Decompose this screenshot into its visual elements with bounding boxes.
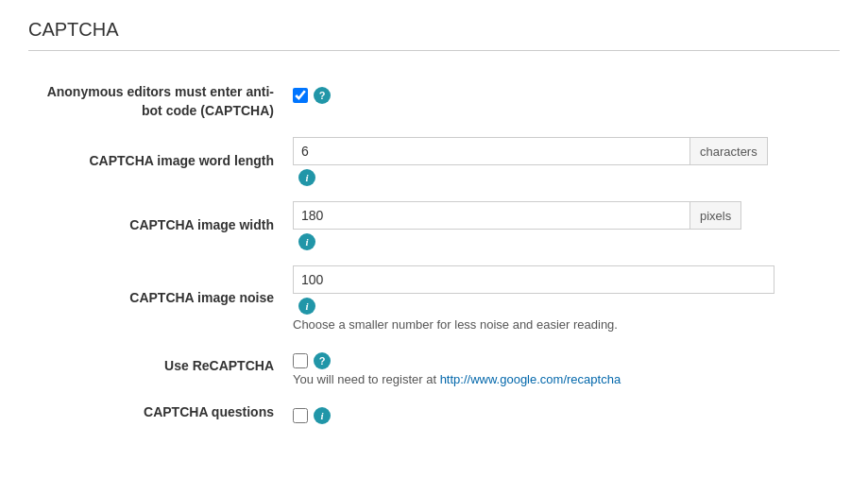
image-width-control: pixels i xyxy=(293,194,840,258)
image-width-info-icon[interactable]: i xyxy=(298,233,315,250)
use-recaptcha-help-icon[interactable]: ? xyxy=(314,352,331,369)
use-recaptcha-row: Use ReCAPTCHA ? You will need to registe… xyxy=(28,339,840,394)
anonymous-editors-label: Anonymous editors must enter anti-bot co… xyxy=(28,74,293,129)
anonymous-editors-help-icon[interactable]: ? xyxy=(314,87,331,104)
image-width-row: CAPTCHA image width pixels i xyxy=(28,194,840,258)
captcha-questions-control: i xyxy=(293,394,840,432)
settings-form: Anonymous editors must enter anti-bot co… xyxy=(28,74,840,432)
image-noise-input[interactable] xyxy=(293,265,774,294)
image-noise-info-icon[interactable]: i xyxy=(298,298,315,315)
captcha-questions-row: CAPTCHA questions i xyxy=(28,394,840,432)
word-length-row: CAPTCHA image word length characters i xyxy=(28,129,840,194)
word-length-info-icon[interactable]: i xyxy=(298,169,315,186)
use-recaptcha-hint: You will need to register at http://www.… xyxy=(293,372,840,386)
anonymous-editors-control: ? xyxy=(293,74,840,129)
captcha-questions-info-icon[interactable]: i xyxy=(314,407,331,424)
use-recaptcha-checkbox[interactable] xyxy=(293,353,308,368)
image-noise-row: CAPTCHA image noise i Choose a smaller n… xyxy=(28,258,840,339)
use-recaptcha-label: Use ReCAPTCHA xyxy=(28,339,293,394)
image-noise-hint: Choose a smaller number for less noise a… xyxy=(293,317,840,332)
anonymous-editors-checkbox[interactable] xyxy=(293,88,308,103)
word-length-input[interactable] xyxy=(293,137,689,165)
anonymous-editors-row: Anonymous editors must enter anti-bot co… xyxy=(28,74,840,129)
image-width-suffix: pixels xyxy=(689,201,741,230)
image-width-label: CAPTCHA image width xyxy=(28,194,293,258)
captcha-questions-checkbox[interactable] xyxy=(293,408,308,423)
image-noise-label: CAPTCHA image noise xyxy=(28,258,293,339)
use-recaptcha-control: ? You will need to register at http://ww… xyxy=(293,339,840,394)
word-length-suffix: characters xyxy=(689,137,768,165)
page-title: CAPTCHA xyxy=(28,19,840,51)
image-noise-control: i Choose a smaller number for less noise… xyxy=(293,258,840,339)
captcha-questions-label: CAPTCHA questions xyxy=(28,394,293,432)
word-length-label: CAPTCHA image word length xyxy=(28,129,293,194)
recaptcha-link[interactable]: http://www.google.com/recaptcha xyxy=(440,372,621,386)
image-width-input[interactable] xyxy=(293,201,689,230)
word-length-control: characters i xyxy=(293,129,840,194)
